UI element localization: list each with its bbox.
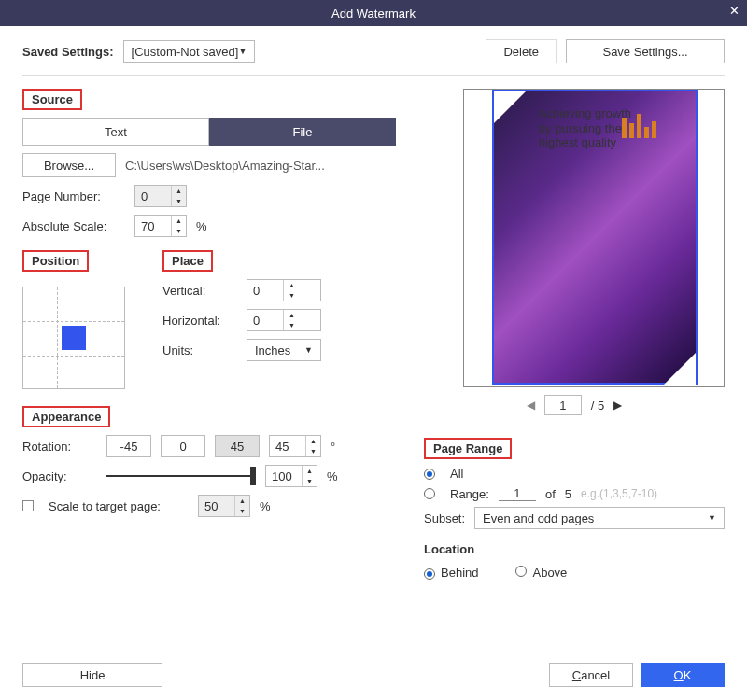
section-appearance: Appearance	[22, 406, 110, 427]
radio-range-label: Range:	[450, 487, 489, 501]
position-grid[interactable]	[22, 287, 125, 389]
absolute-scale-value[interactable]	[135, 216, 171, 236]
vertical-spinner[interactable]: ▲▼	[247, 279, 321, 301]
prev-page-icon[interactable]: ◀	[527, 399, 535, 412]
subset-dropdown[interactable]: Even and odd pages▼	[474, 507, 725, 529]
radio-above-label: Above	[532, 566, 567, 580]
pagenum-label: Page Number:	[22, 189, 125, 203]
preview-page: Achieving growth by pursuing the highest…	[492, 90, 698, 385]
titlebar: Add Watermark ✕	[0, 0, 747, 26]
browse-button[interactable]: Browse...	[22, 153, 116, 177]
chevron-down-icon: ▼	[172, 196, 186, 206]
opacity-label: Opacity:	[22, 469, 97, 483]
rotation-spinner[interactable]: ▲▼	[269, 435, 321, 457]
chevron-down-icon: ▼	[238, 47, 247, 56]
delete-button: Delete	[486, 39, 557, 63]
tab-file[interactable]: File	[209, 118, 396, 146]
ok-button[interactable]: OK	[641, 663, 725, 687]
next-page-icon[interactable]: ▶	[613, 399, 622, 412]
page-total: / 5	[591, 399, 604, 413]
page-input[interactable]	[544, 395, 582, 415]
chevron-up-icon: ▲	[172, 186, 186, 196]
section-location: Location	[424, 542, 725, 556]
range-total: 5	[565, 487, 571, 501]
saved-settings-dropdown[interactable]: [Custom-Not saved] ▼	[123, 40, 256, 63]
close-icon[interactable]: ✕	[729, 4, 740, 18]
radio-behind[interactable]	[424, 568, 435, 580]
range-from-input[interactable]	[499, 486, 536, 501]
radio-all[interactable]	[424, 469, 435, 480]
file-path: C:\Users\ws\Desktop\Amazing-Star...	[125, 159, 325, 173]
absolute-scale-spinner[interactable]: ▲▼	[134, 215, 187, 237]
tab-text[interactable]: Text	[22, 118, 209, 146]
dialog-title: Add Watermark	[331, 7, 416, 21]
opacity-slider[interactable]	[106, 465, 256, 487]
section-place: Place	[162, 250, 213, 272]
save-settings-button[interactable]: Save Settings...	[566, 39, 725, 63]
units-label: Units:	[162, 343, 237, 357]
saved-settings-label: Saved Settings:	[22, 45, 114, 59]
vertical-label: Vertical:	[162, 284, 237, 298]
chevron-up-icon[interactable]: ▲	[172, 216, 186, 226]
range-hint: e.g.(1,3,5,7-10)	[581, 487, 657, 500]
preview-panel: Achieving growth by pursuing the highest…	[463, 89, 725, 387]
opacity-spinner[interactable]: ▲▼	[265, 465, 317, 487]
section-source: Source	[22, 89, 82, 110]
units-dropdown[interactable]: Inches▼	[247, 339, 321, 361]
rotation-neg45-button[interactable]: -45	[106, 435, 151, 457]
absolute-scale-label: Absolute Scale:	[22, 219, 125, 233]
slider-thumb[interactable]	[250, 467, 256, 485]
cancel-button[interactable]: Cancel	[549, 663, 633, 687]
pagenum-spinner: ▲▼	[134, 185, 187, 207]
radio-behind-label: Behind	[441, 566, 478, 580]
scale-target-label: Scale to target page:	[49, 499, 189, 513]
radio-all-label: All	[450, 467, 463, 481]
saved-settings-value: [Custom-Not saved]	[132, 45, 239, 59]
rotation-label: Rotation:	[22, 440, 97, 454]
horizontal-spinner[interactable]: ▲▼	[247, 309, 321, 331]
hide-button[interactable]: Hide	[22, 663, 162, 687]
section-position: Position	[22, 250, 89, 272]
section-pagerange: Page Range	[424, 438, 512, 459]
scale-target-checkbox[interactable]	[22, 500, 34, 511]
radio-range[interactable]	[424, 488, 435, 499]
chevron-down-icon[interactable]: ▼	[172, 226, 186, 236]
chart-icon	[622, 110, 656, 138]
rotation-45-button[interactable]: 45	[215, 435, 260, 457]
position-center-cell[interactable]	[62, 326, 86, 350]
horizontal-label: Horizontal:	[162, 314, 237, 328]
subset-label: Subset:	[424, 511, 465, 525]
pagenum-value	[135, 186, 171, 206]
rotation-0-button[interactable]: 0	[161, 435, 205, 457]
radio-above[interactable]	[515, 566, 527, 577]
scale-target-spinner: ▲▼	[198, 495, 250, 517]
